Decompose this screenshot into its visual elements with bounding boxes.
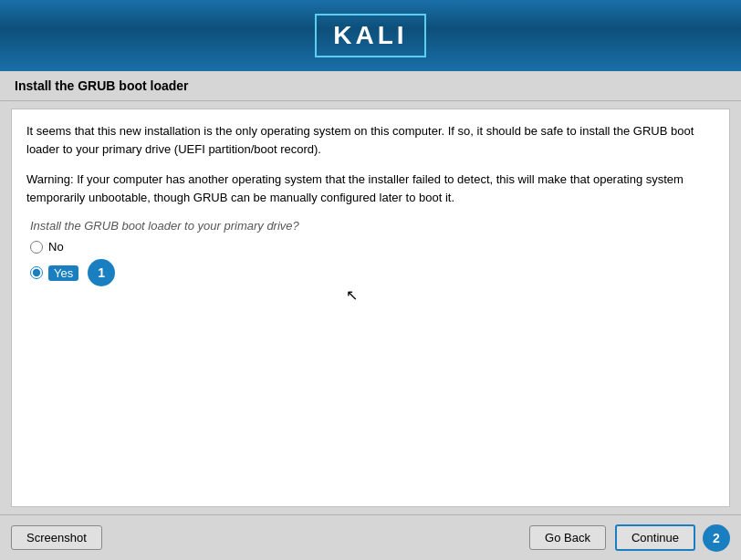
- radio-option-yes[interactable]: Yes: [30, 265, 78, 281]
- page-title: Install the GRUB boot loader: [0, 71, 741, 101]
- content-panel: It seems that this new installation is t…: [11, 109, 730, 507]
- radio-group: No Yes 1: [26, 240, 715, 286]
- screenshot-button[interactable]: Screenshot: [11, 525, 102, 550]
- main-area: Install the GRUB boot loader It seems th…: [0, 71, 741, 560]
- kali-logo: KALI: [315, 14, 425, 57]
- radio-no[interactable]: [30, 241, 43, 254]
- footer-left: Screenshot: [11, 525, 102, 550]
- footer-right: Go Back Continue 2: [529, 524, 730, 552]
- continue-section: Continue 2: [615, 524, 730, 552]
- footer: Screenshot Go Back Continue 2: [0, 514, 741, 560]
- radio-yes-label: Yes: [48, 265, 78, 281]
- go-back-button[interactable]: Go Back: [529, 525, 606, 550]
- annotation-circle-1: 1: [88, 259, 115, 286]
- cursor-icon: ↖: [346, 286, 358, 304]
- warning-text: Warning: If your computer has another op…: [26, 171, 715, 206]
- annotation-circle-2: 2: [703, 524, 730, 552]
- radio-no-label: No: [48, 240, 64, 254]
- radio-yes[interactable]: [30, 266, 43, 279]
- info-text: It seems that this new installation is t…: [26, 122, 715, 158]
- question-label: Install the GRUB boot loader to your pri…: [26, 219, 715, 233]
- content-spacer: ↖: [26, 286, 715, 451]
- header: KALI: [0, 0, 741, 71]
- radio-option-no[interactable]: No: [30, 240, 715, 254]
- continue-button[interactable]: Continue: [615, 524, 695, 551]
